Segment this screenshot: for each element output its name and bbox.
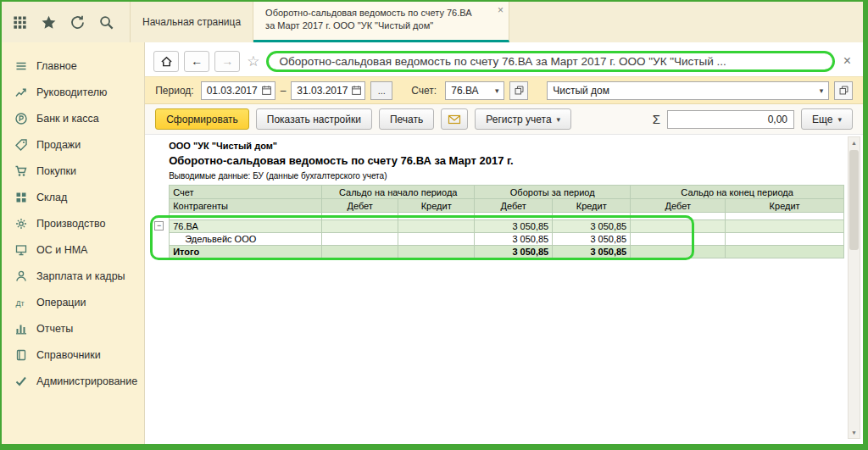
open-list-icon — [514, 85, 525, 96]
calendar-icon[interactable] — [259, 82, 275, 99]
organization-combo[interactable]: Чистый дом ▾ — [547, 81, 829, 100]
sidebar-item-label: Продажи — [36, 139, 81, 151]
chevron-down-icon[interactable]: ▾ — [815, 86, 828, 95]
sidebar-item-hr[interactable]: Зарплата и кадры — [2, 263, 144, 289]
register-menu-button[interactable]: Регистр учета ▾ — [475, 108, 571, 130]
scroll-down-icon[interactable]: ▼ — [849, 427, 860, 438]
back-button[interactable]: ← — [184, 51, 209, 72]
cell-turn-credit[interactable]: 3 050,85 — [553, 220, 631, 233]
sidebar-item-assets[interactable]: ОС и НМА — [2, 236, 144, 263]
close-report-icon[interactable]: × — [840, 53, 854, 69]
sidebar-item-main[interactable]: Главное — [2, 53, 144, 79]
open-list-icon — [838, 85, 849, 96]
trend-chart-icon — [14, 86, 28, 99]
send-email-button[interactable] — [441, 108, 468, 130]
sidebar-item-label: Администрирование — [36, 375, 137, 387]
sum-field[interactable]: 0,00 — [667, 110, 794, 129]
table-row-account[interactable]: 76.ВА 3 050,85 3 050,85 — [170, 220, 844, 233]
chevron-down-icon[interactable]: ▾ — [490, 86, 504, 95]
cell-turn-credit[interactable]: 3 050,85 — [553, 233, 631, 246]
account-value: 76.ВА — [451, 85, 478, 97]
sidebar-item-label: Руководителю — [36, 86, 107, 98]
period-options-button[interactable]: ... — [370, 81, 392, 100]
sidebar-item-sales[interactable]: Продажи — [2, 131, 144, 158]
favorites-star-icon[interactable] — [41, 14, 57, 31]
organization-value: Чистый дом — [553, 85, 609, 97]
sidebar-item-purchases[interactable]: Покупки — [2, 158, 144, 184]
app-window: Начальная страница Оборотно-сальдовая ве… — [2, 2, 863, 444]
tab-home-label: Начальная страница — [142, 16, 241, 28]
debit-credit-icon: Дт — [14, 296, 28, 309]
more-button[interactable]: Еще ▾ — [801, 108, 853, 130]
sidebar-item-production[interactable]: Производство — [2, 210, 144, 236]
cell-turn-debit[interactable]: 3 050,85 — [475, 246, 553, 258]
sidebar-item-label: Покупки — [36, 165, 76, 177]
cell-end-debit[interactable] — [631, 233, 726, 246]
tab-close-icon[interactable]: × — [498, 4, 504, 16]
cell-end-debit[interactable] — [631, 220, 726, 233]
cell-start-debit[interactable] — [322, 220, 398, 233]
date-from-field[interactable]: 01.03.2017 — [201, 81, 275, 100]
cell-start-debit[interactable] — [322, 246, 398, 258]
sidebar-item-manager[interactable]: Руководителю — [2, 79, 144, 105]
cell-account[interactable]: Итого — [170, 246, 322, 258]
vertical-scrollbar[interactable]: ▲ ▼ — [848, 136, 860, 439]
sidebar-item-reports[interactable]: Отчеты — [2, 315, 144, 342]
cell-start-credit[interactable] — [398, 233, 475, 246]
date-to-field[interactable]: 31.03.2017 — [291, 81, 365, 100]
cell-turn-credit[interactable]: 3 050,85 — [553, 246, 631, 258]
tree-collapse-icon[interactable]: − — [154, 221, 164, 231]
sidebar-item-operations[interactable]: Дт Операции — [2, 289, 144, 315]
table-header-sub: Контрагенты Дебет Кредит Дебет Кредит Де… — [170, 199, 844, 213]
cell-turn-debit[interactable]: 3 050,85 — [475, 233, 553, 246]
sidebar-item-warehouse[interactable]: Склад — [2, 184, 144, 210]
tab-home[interactable]: Начальная страница — [131, 2, 253, 42]
page-title: Оборотно-сальдовая ведомость по счету 76… — [279, 55, 726, 68]
table-row-counterparty[interactable]: Эдельвейс ООО 3 050,85 3 050,85 — [170, 233, 844, 246]
sections-panel: Главное Руководителю Банк и касса Продаж… — [2, 42, 144, 444]
home-button[interactable] — [153, 51, 179, 72]
show-settings-button[interactable]: Показать настройки — [256, 108, 372, 130]
cell-end-debit[interactable] — [631, 246, 726, 258]
favorite-toggle-icon[interactable]: ☆ — [245, 53, 261, 70]
table-row-total[interactable]: Итого 3 050,85 3 050,85 — [170, 246, 844, 258]
cell-turn-debit[interactable]: 3 050,85 — [475, 220, 553, 233]
cell-account[interactable]: Эдельвейс ООО — [170, 233, 322, 246]
account-open-button[interactable] — [509, 81, 528, 100]
sidebar-item-directories[interactable]: Справочники — [2, 342, 144, 368]
fixed-assets-icon — [14, 243, 28, 257]
organization-open-button[interactable] — [834, 81, 853, 100]
tab-report-active[interactable]: Оборотно-сальдовая ведомость по счету 76… — [253, 2, 509, 42]
account-combo[interactable]: 76.ВА ▾ — [445, 81, 504, 100]
generate-button[interactable]: Сформировать — [155, 108, 249, 130]
annotation-title-highlight: Оборотно-сальдовая ведомость по счету 76… — [266, 51, 834, 72]
print-button[interactable]: Печать — [379, 108, 434, 130]
search-icon[interactable] — [98, 14, 114, 31]
cell-account[interactable]: 76.ВА — [170, 220, 322, 233]
calendar-icon[interactable] — [348, 82, 364, 99]
cell-end-credit[interactable] — [726, 233, 844, 246]
quick-icons — [2, 2, 130, 42]
sidebar-item-label: Справочники — [36, 349, 101, 361]
apps-menu-icon[interactable] — [12, 14, 28, 31]
scrollbar-thumb[interactable] — [849, 150, 859, 250]
scroll-up-icon[interactable]: ▲ — [849, 137, 860, 148]
cell-end-credit[interactable] — [726, 246, 844, 258]
sidebar-item-bank[interactable]: Банк и касса — [2, 105, 144, 131]
period-dash: – — [281, 85, 287, 97]
report-toolbar: Сформировать Показать настройки Печать Р… — [145, 104, 863, 135]
cell-end-credit[interactable] — [726, 220, 844, 233]
cart-icon — [14, 164, 28, 178]
cell-start-credit[interactable] — [398, 220, 475, 233]
report-header-row: ← → ☆ Оборотно-сальдовая ведомость по сч… — [145, 42, 863, 76]
more-label: Еще — [812, 114, 832, 125]
register-label: Регистр учета — [486, 114, 551, 125]
cell-start-debit[interactable] — [322, 233, 398, 246]
cell-start-credit[interactable] — [398, 246, 475, 258]
forward-button[interactable]: → — [214, 51, 240, 72]
envelope-icon — [448, 113, 461, 126]
home-icon — [160, 55, 173, 68]
sidebar-item-administration[interactable]: Администрирование — [2, 368, 144, 394]
menu-icon — [14, 59, 28, 73]
history-icon[interactable] — [70, 14, 86, 31]
